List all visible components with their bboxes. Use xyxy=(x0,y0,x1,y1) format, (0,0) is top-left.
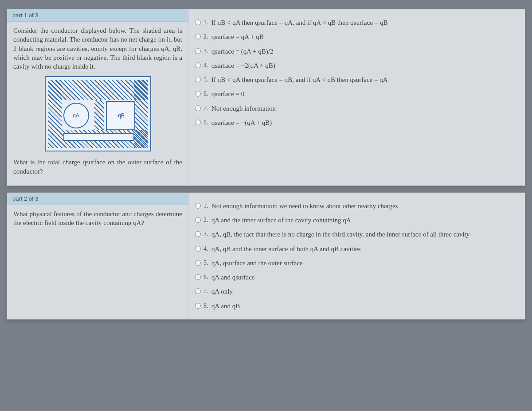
p2-option-1[interactable]: 1. Not enough information: we need to kn… xyxy=(195,199,517,213)
option-number: 1. xyxy=(203,202,211,210)
radio-icon[interactable] xyxy=(195,62,201,68)
cavity-b-label: -qB xyxy=(106,101,135,130)
radio-icon[interactable] xyxy=(195,303,201,309)
option-text: qA and qB xyxy=(211,302,517,310)
part2-text: What physical features of the conductor … xyxy=(13,209,182,228)
part1-text: Consider the conductor displayed below. … xyxy=(13,26,182,71)
p1-option-6[interactable]: 6. qsurface = 0 xyxy=(195,87,517,101)
option-number: 5. xyxy=(203,76,211,84)
radio-icon[interactable] xyxy=(195,48,201,54)
part1-question2: What is the total charge qsurface on the… xyxy=(13,158,182,176)
option-number: 3. xyxy=(203,47,211,56)
option-number: 1. xyxy=(203,19,211,27)
option-text: qsurface = (qA + qB)/2 xyxy=(211,47,517,56)
option-number: 4. xyxy=(203,245,211,253)
option-number: 7. xyxy=(203,287,211,296)
option-number: 7. xyxy=(203,105,211,113)
part2-block: part 2 of 3 What physical features of th… xyxy=(7,192,525,320)
cavity-a-label: qA xyxy=(63,103,89,128)
option-text: qA, qsurface and the outer surface xyxy=(211,259,517,268)
option-text: If qB < qA then qsurface = qB, and if qA… xyxy=(211,75,517,84)
option-number: 2. xyxy=(203,33,211,41)
p1-option-7[interactable]: 7. Not enough information xyxy=(195,101,517,116)
radio-icon[interactable] xyxy=(195,203,201,209)
part2-header: part 2 of 3 xyxy=(7,193,188,205)
option-number: 2. xyxy=(203,216,211,225)
option-text: Not enough information xyxy=(211,104,517,113)
radio-icon[interactable] xyxy=(195,217,201,223)
p1-option-4[interactable]: 4. qsurface = −2(qA + qB) xyxy=(195,58,517,73)
radio-icon[interactable] xyxy=(195,288,201,294)
option-text: qsurface = 0 xyxy=(211,89,517,98)
option-number: 8. xyxy=(203,302,211,310)
radio-icon[interactable] xyxy=(195,19,201,25)
option-text: qsurface = −2(qA + qB) xyxy=(211,61,517,70)
p1-option-8[interactable]: 8. qsurface = −(qA + qB) xyxy=(195,116,517,130)
option-text: Not enough information: we need to know … xyxy=(211,202,517,210)
p2-option-4[interactable]: 4. qA, qB and the inner surface of both … xyxy=(195,242,517,256)
option-text: qA and qsurface xyxy=(211,273,517,282)
option-text: If qB < qA then qsurface = qA, and if qA… xyxy=(211,18,517,27)
part1-question: Consider the conductor displayed below. … xyxy=(7,22,188,186)
p1-option-2[interactable]: 2. qsurface = qA + qB xyxy=(195,30,517,44)
part1-header: part 1 of 3 xyxy=(7,9,188,22)
option-text: qsurface = −(qA + qB) xyxy=(211,118,517,127)
p2-option-3[interactable]: 3. qA, qB, the fact that there is no cha… xyxy=(195,227,517,241)
option-text: qA, qB and the inner surface of both qA … xyxy=(211,244,517,253)
part2-question: What physical features of the conductor … xyxy=(7,205,188,237)
p2-option-7[interactable]: 7. qA only xyxy=(195,284,517,299)
p2-option-5[interactable]: 5. qA, qsurface and the outer surface xyxy=(195,256,517,270)
radio-icon[interactable] xyxy=(195,34,201,39)
conductor-figure: qA -qB xyxy=(45,76,151,151)
option-number: 4. xyxy=(203,62,211,70)
part1-block: part 1 of 3 Consider the conductor displ… xyxy=(7,9,525,186)
part2-left: part 2 of 3 What physical features of th… xyxy=(7,193,189,319)
p2-option-6[interactable]: 6. qA and qsurface xyxy=(195,270,517,284)
p2-option-2[interactable]: 2. qA and the inner surface of the cavit… xyxy=(195,213,517,227)
part2-options: 1. Not enough information: we need to kn… xyxy=(189,193,525,319)
p2-option-8[interactable]: 8. qA and qB xyxy=(195,299,517,313)
option-text: qsurface = qA + qB xyxy=(211,32,517,41)
radio-icon[interactable] xyxy=(195,91,201,97)
option-text: qA, qB, the fact that there is no charge… xyxy=(211,230,517,239)
option-text: qA only xyxy=(211,287,517,296)
cavity-c xyxy=(63,133,134,141)
option-text: qA and the inner surface of the cavity c… xyxy=(211,216,517,225)
p1-option-1[interactable]: 1. If qB < qA then qsurface = qA, and if… xyxy=(195,16,517,30)
radio-icon[interactable] xyxy=(195,77,201,82)
p1-option-3[interactable]: 3. qsurface = (qA + qB)/2 xyxy=(195,44,517,58)
option-number: 5. xyxy=(203,259,211,268)
option-number: 3. xyxy=(203,230,211,239)
option-number: 6. xyxy=(203,273,211,282)
part1-left: part 1 of 3 Consider the conductor displ… xyxy=(7,9,189,186)
p1-option-5[interactable]: 5. If qB < qA then qsurface = qB, and if… xyxy=(195,73,517,87)
option-number: 8. xyxy=(203,119,211,127)
option-number: 6. xyxy=(203,90,211,98)
radio-icon[interactable] xyxy=(195,120,201,125)
part1-options: 1. If qB < qA then qsurface = qA, and if… xyxy=(189,9,525,186)
radio-icon[interactable] xyxy=(195,246,201,252)
radio-icon[interactable] xyxy=(195,105,201,111)
radio-icon[interactable] xyxy=(195,274,201,280)
radio-icon[interactable] xyxy=(195,231,201,237)
radio-icon[interactable] xyxy=(195,260,201,266)
